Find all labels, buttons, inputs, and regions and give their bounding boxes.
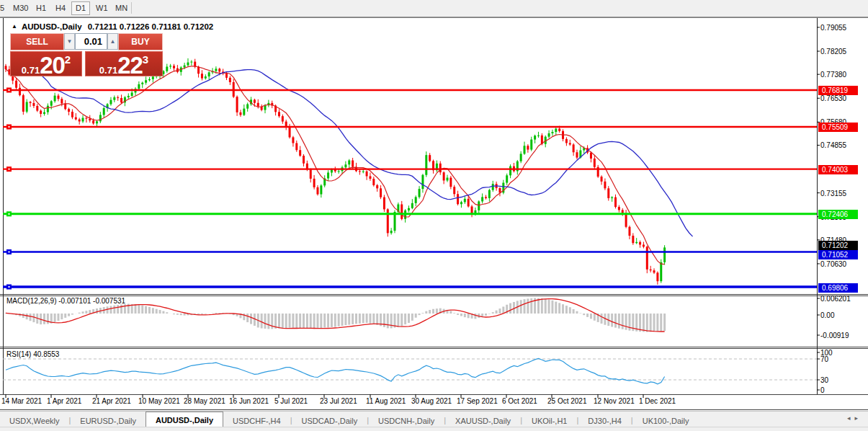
date-axis-label: 16 Jun 2021	[229, 397, 269, 405]
candlestick-series	[5, 58, 666, 285]
scale-tick-label: 0.74855	[820, 141, 846, 150]
hline-0.75509[interactable]	[3, 124, 817, 129]
buy-price-pip: 3	[143, 53, 148, 66]
macd-scale-label: 0.006201	[820, 294, 851, 303]
rsi-scale-label: 0	[820, 386, 825, 395]
rsi-scale-label: 30	[820, 376, 828, 385]
date-axis-label: 12 Nov 2021	[594, 397, 635, 405]
date-axis-label: 21 Apr 2021	[92, 397, 131, 405]
date-axis-label: 17 Sep 2021	[457, 397, 498, 405]
level-price-label: 0.74003	[818, 165, 858, 174]
date-axis-label: 1 Dec 2021	[639, 397, 676, 405]
scale-tick-label: 0.79055	[820, 23, 846, 32]
date-axis-label: 11 Aug 2021	[366, 397, 406, 405]
tab-scroll-arrows[interactable]: ◂▸	[847, 414, 862, 422]
collapse-panel-icon[interactable]: ▲	[12, 23, 17, 30]
level-price-label: 0.71052	[818, 250, 858, 259]
date-axis-label: 6 Oct 2021	[502, 397, 537, 405]
tab-scroll-right-icon[interactable]: ▸	[854, 414, 862, 422]
level-price-label: 0.72406	[818, 210, 858, 219]
date-axis-label: 1 Apr 2021	[47, 397, 81, 405]
date-axis-label: 23 Jul 2021	[320, 397, 357, 405]
hline-0.69806[interactable]	[3, 285, 817, 290]
macd-scale-label: 0.00	[820, 311, 834, 320]
hline-0.71052[interactable]	[3, 249, 817, 254]
sell-button[interactable]: SELL	[10, 33, 64, 50]
scale-tick-label: 0.76530	[820, 94, 846, 103]
mt4-window: 5M30H1H4D1W1MN ▲AUDUSD-,Daily0.71211 0.7…	[0, 0, 868, 431]
buy-price-prefix: 0.71	[99, 65, 117, 76]
chart-title: ▲AUDUSD-,Daily0.71211 0.71226 0.71181 0.…	[12, 22, 213, 31]
buy-price-button[interactable]: 0.71223	[85, 51, 163, 76]
date-axis-label: 10 May 2021	[138, 397, 180, 405]
volume-increase-button[interactable]: ▲	[107, 33, 118, 50]
macd-label: MACD(12,26,9) -0.007101 -0.007531	[6, 297, 125, 305]
chart-tab-bar: USDX,Weekly|EURUSD-,DailyAUDUSD-,DailyUS…	[0, 411, 868, 427]
level-price-label: 0.76819	[818, 86, 858, 95]
tab-audusd-daily[interactable]: AUDUSD-,Daily	[146, 412, 223, 428]
level-price-label: 0.75509	[818, 123, 858, 132]
scale-tick-label: 0.73155	[820, 189, 846, 198]
status-strip	[0, 427, 868, 431]
date-axis-label: 5 Jul 2021	[274, 397, 308, 405]
tab-scroll-left-icon[interactable]: ◂	[847, 414, 855, 422]
ma-fast-line	[6, 66, 665, 265]
sell-price-button[interactable]: 0.71202	[10, 51, 82, 76]
buy-price-big: 22	[117, 52, 143, 79]
scale-tick-label: 0.70630	[820, 259, 846, 269]
sell-price-pip: 2	[65, 53, 71, 66]
date-axis-label: 25 Oct 2021	[547, 397, 586, 405]
date-axis-label: 28 May 2021	[184, 397, 225, 405]
level-price-label: 0.69806	[818, 283, 858, 293]
current-price-label: 0.71202	[818, 241, 858, 250]
sell-price-prefix: 0.71	[22, 65, 40, 76]
scale-tick-label: 0.78205	[820, 47, 846, 56]
scale-tick-label: 0.77380	[820, 70, 846, 79]
rsi-scale-label: 70	[820, 355, 828, 364]
ohlc-values: 0.71211 0.71226 0.71181 0.71202	[88, 22, 214, 31]
date-axis-label: 30 Aug 2021	[411, 397, 452, 405]
rsi-label: RSI(14) 40.8553	[6, 350, 59, 358]
buy-button[interactable]: BUY	[118, 33, 163, 50]
symbol-title: AUDUSD-,Daily	[22, 22, 82, 31]
macd-scale-label: -0.00919	[820, 331, 849, 340]
volume-input[interactable]: 0.01	[75, 33, 107, 50]
sell-price-big: 20	[40, 52, 65, 79]
hline-0.76819[interactable]	[3, 88, 817, 93]
volume-decrease-button[interactable]: ▼	[64, 33, 75, 50]
date-axis-label: 14 Mar 2021	[1, 397, 42, 405]
hline-0.74003[interactable]	[3, 166, 817, 172]
